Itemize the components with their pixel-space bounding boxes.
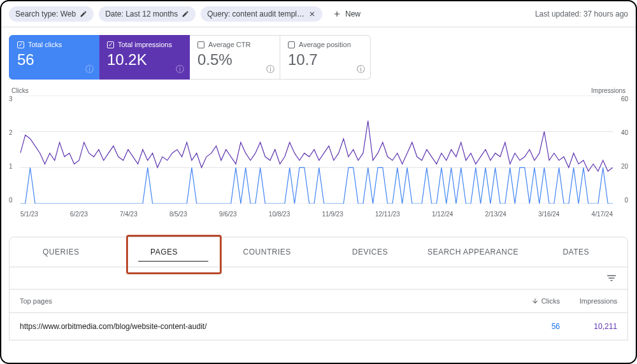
- chip-search-type[interactable]: Search type: Web: [9, 6, 94, 22]
- last-updated-text: Last updated: 37 hours ago: [535, 10, 628, 18]
- x-axis: 5/1/236/2/237/4/238/5/239/6/2310/8/2311/…: [20, 211, 613, 218]
- help-icon[interactable]: ⓘ: [266, 64, 275, 75]
- chart-container: Clicks Impressions 3 2 1 0 60 40 20 0 5/…: [1, 87, 636, 230]
- chip-label: Date: Last 12 months: [105, 10, 178, 18]
- card-total-clicks[interactable]: Total clicks 56 ⓘ: [9, 35, 99, 80]
- pencil-icon: [182, 10, 189, 18]
- td-url: https://www.orbitmedia.com/blog/website-…: [20, 322, 503, 331]
- tab-queries[interactable]: QUERIES: [10, 237, 113, 267]
- card-value: 56: [17, 51, 91, 69]
- tab-devices[interactable]: DEVICES: [318, 237, 422, 267]
- chip-date[interactable]: Date: Last 12 months: [99, 6, 196, 22]
- td-clicks: 56: [503, 322, 560, 331]
- chip-label: Search type: Web: [15, 10, 76, 18]
- checkbox-icon: [107, 41, 114, 48]
- td-impressions: 10,211: [560, 322, 617, 331]
- chip-label: Query: content audit templ…: [207, 10, 304, 18]
- filter-row: [9, 267, 628, 290]
- active-tab-underline: [138, 261, 208, 262]
- table-row[interactable]: https://www.orbitmedia.com/blog/website-…: [9, 313, 628, 340]
- y-right-label: Impressions: [591, 87, 626, 94]
- tab-countries[interactable]: COUNTRIES: [215, 237, 318, 267]
- checkbox-icon: [197, 41, 204, 48]
- card-value: 10.2K: [107, 51, 182, 69]
- tab-dates[interactable]: DATES: [524, 237, 627, 267]
- new-filter-button[interactable]: New: [327, 6, 366, 22]
- card-value: 10.7: [288, 51, 362, 69]
- tab-search-appearance[interactable]: SEARCH APPEARANCE: [422, 237, 525, 267]
- table-header: Top pages Clicks Impressions: [9, 290, 628, 313]
- card-value: 0.5%: [197, 51, 272, 69]
- help-icon[interactable]: ⓘ: [176, 64, 184, 75]
- y-axis-left: 3 2 1 0: [9, 95, 13, 204]
- help-icon[interactable]: ⓘ: [85, 64, 94, 75]
- y-axis-right: 60 40 20 0: [621, 95, 628, 204]
- tab-pages[interactable]: PAGES: [113, 237, 216, 267]
- card-average-position[interactable]: Average position 10.7 ⓘ: [280, 35, 371, 80]
- th-clicks[interactable]: Clicks: [503, 297, 560, 305]
- pencil-icon: [80, 10, 87, 18]
- filter-icon[interactable]: [606, 272, 617, 284]
- sort-down-icon: [531, 297, 539, 305]
- checkbox-icon: [17, 41, 24, 48]
- help-icon[interactable]: ⓘ: [357, 64, 365, 75]
- chip-query[interactable]: Query: content audit templ…: [201, 6, 322, 22]
- new-label: New: [345, 10, 361, 18]
- close-icon[interactable]: [308, 10, 316, 18]
- chart-plot: [20, 95, 613, 204]
- tabs-container: QUERIESPAGESCOUNTRIESDEVICESSEARCH APPEA…: [9, 237, 628, 267]
- card-total-impressions[interactable]: Total impressions 10.2K ⓘ: [99, 35, 190, 80]
- th-impressions[interactable]: Impressions: [560, 297, 617, 305]
- card-average-ctr[interactable]: Average CTR 0.5% ⓘ: [190, 35, 280, 80]
- checkbox-icon: [288, 41, 295, 48]
- metric-cards: Total clicks 56 ⓘ Total impressions 10.2…: [1, 27, 636, 87]
- top-filter-bar: Search type: Web Date: Last 12 months Qu…: [1, 1, 636, 27]
- plus-icon: [333, 10, 341, 18]
- th-pages: Top pages: [20, 297, 503, 305]
- y-left-label: Clicks: [11, 87, 29, 94]
